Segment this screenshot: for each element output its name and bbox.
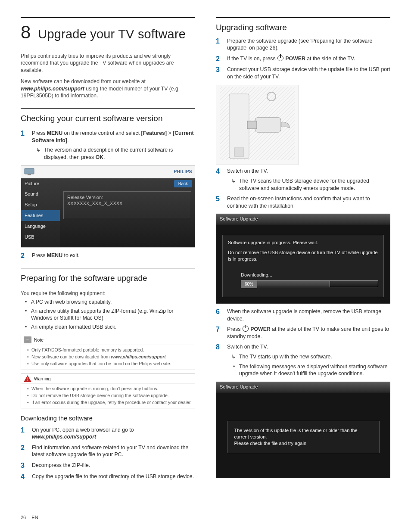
- step-body: Press MENU on the remote control and sel…: [32, 130, 195, 161]
- tv-menu-item: Setup: [21, 199, 60, 210]
- dl-step-2: 2 Find information and software related …: [21, 444, 195, 458]
- tv-menu-item: Picture: [21, 178, 60, 189]
- step-body: Press MENU to exit.: [32, 252, 195, 259]
- dl-step-1: 1 On your PC, open a web browser and go …: [21, 426, 195, 441]
- step-number: 2: [216, 55, 223, 63]
- step-body: Decompress the ZIP-file.: [32, 462, 195, 469]
- upgrade-steps-1: 1 Prepare the software upgrade (see 'Pre…: [216, 37, 390, 81]
- menu-keyword: MENU: [47, 130, 62, 136]
- section-rule: [216, 17, 390, 19]
- power-keyword: POWER: [250, 326, 270, 332]
- prep-bullets: A PC with web browsing capability. An ar…: [21, 299, 195, 330]
- chapter-number: 8: [21, 20, 30, 45]
- section-rule: [21, 268, 195, 270]
- tv-menu-item: USB: [21, 232, 60, 243]
- t: at the side of the TV.: [305, 56, 355, 62]
- step-number: 1: [21, 130, 28, 137]
- t: Press: [32, 252, 47, 258]
- up-step-5: 5 Read the on-screen instructions and co…: [216, 195, 390, 209]
- download-steps: 1 On your PC, open a web browser and go …: [21, 426, 195, 481]
- right-column: Upgrading software 1 Prepare the softwar…: [216, 17, 390, 485]
- svg-rect-7: [255, 118, 281, 132]
- step-body: Switch on the TV. The TV starts up with …: [227, 343, 390, 377]
- step-body: Switch on the TV. The TV scans the USB s…: [227, 168, 390, 192]
- step-number: 1: [21, 426, 28, 434]
- tv-menu-item-selected: Features: [21, 210, 60, 221]
- checking-steps-2: 2 Press MENU to exit.: [21, 252, 195, 260]
- power-keyword: POWER: [285, 56, 305, 62]
- t: .: [103, 154, 105, 160]
- usb-port-illustration: [216, 85, 299, 165]
- power-icon: [243, 326, 249, 332]
- step-body: Read the on-screen instructions and conf…: [227, 195, 390, 209]
- step-body: If the TV is on, press POWER at the side…: [227, 55, 390, 62]
- release-version-label: Release Version:: [67, 194, 187, 201]
- two-column-layout: 8 Upgrade your TV software Philips conti…: [21, 17, 390, 485]
- swu-error-message: The version of this update file is the s…: [227, 421, 380, 453]
- release-version-panel: Release Version: XXXXXXX_XXX_X_XXXX: [63, 191, 191, 220]
- t: On your PC, open a web browser and go to: [32, 427, 134, 433]
- step-number: 5: [216, 195, 223, 203]
- up-step-7: 7 Press POWER at the side of the TV to m…: [216, 326, 390, 340]
- progress-bar: [257, 280, 378, 287]
- support-url: www.philips.com/support: [32, 434, 96, 440]
- power-icon: [277, 55, 283, 61]
- downloading-heading: Downloading the software: [21, 414, 195, 423]
- step-number: 4: [21, 473, 28, 481]
- dl-step-3: 3 Decompress the ZIP-file.: [21, 462, 195, 470]
- note-callout: ≡ Note Only FAT/DOS-formatted portable m…: [21, 335, 195, 370]
- up-step-3: 3 Connect your USB storage device with t…: [216, 66, 390, 80]
- svg-rect-9: [234, 148, 244, 156]
- up-step-2: 2 If the TV is on, press POWER at the si…: [216, 55, 390, 63]
- step-body: Press POWER at the side of the TV to mak…: [227, 326, 390, 340]
- note-title: Note: [34, 337, 44, 343]
- note-item: New software can be downloaded from www.…: [27, 354, 192, 360]
- step-body: When the software upgrade is complete, r…: [227, 308, 390, 322]
- step-number: 6: [216, 308, 223, 316]
- t: Press: [32, 130, 47, 136]
- up-step-4: 4 Switch on the TV. The TV scans the USB…: [216, 168, 390, 192]
- warning-title: Warning: [34, 376, 51, 382]
- warning-item: Do not remove the USB storage device dur…: [27, 392, 192, 398]
- prep-bullet: An archive utility that supports the ZIP…: [25, 308, 195, 322]
- features-keyword: [Features]: [141, 130, 167, 136]
- warning-item: If an error occurs during the upgrade, r…: [27, 399, 192, 405]
- section-upgrading-heading: Upgrading software: [216, 22, 390, 33]
- warning-callout: ! Warning When the software upgrade is r…: [21, 373, 195, 409]
- note-header: ≡ Note: [21, 335, 195, 345]
- philips-brand: PHILIPS: [174, 169, 192, 175]
- step-number: 1: [216, 37, 223, 45]
- step-number: 2: [21, 252, 28, 260]
- support-url: www.philips.com/support: [111, 354, 165, 359]
- left-column: 8 Upgrade your TV software Philips conti…: [21, 17, 195, 485]
- intro-paragraph-1: Philips continuously tries to improve it…: [21, 53, 195, 74]
- swu-titlebar: Software Upgrade: [216, 214, 390, 224]
- note-icon: ≡: [24, 336, 31, 343]
- support-url: www.philips.com/support: [21, 86, 84, 92]
- tv-menu-item: Sound: [21, 189, 60, 199]
- up-step-1: 1 Prepare the software upgrade (see 'Pre…: [216, 37, 390, 52]
- warning-item: When the software upgrade is running, do…: [27, 386, 192, 392]
- t: Press: [227, 326, 242, 332]
- release-version-value: XXXXXXX_XXX_X_XXXX: [67, 200, 187, 207]
- page-lang: EN: [31, 515, 38, 520]
- menu-keyword: MENU: [47, 252, 62, 258]
- swu-line1: Software upgrade in progress. Please wai…: [228, 240, 378, 246]
- swu2-line1: The version of this update file is the s…: [234, 427, 372, 440]
- step-number: 3: [21, 462, 28, 470]
- prep-lead: You require the following equipment:: [21, 290, 195, 297]
- check-step-2: 2 Press MENU to exit.: [21, 252, 195, 260]
- swu-line2: Do not remove the USB storage device or …: [228, 249, 378, 262]
- step-number: 4: [216, 168, 223, 175]
- progress-fill: [257, 281, 330, 287]
- swu-panel: Software upgrade in progress. Please wai…: [222, 235, 384, 297]
- dl-step-4: 4 Copy the upgrade file to the root dire…: [21, 473, 195, 481]
- step4-sub: The TV scans the USB storage device for …: [233, 177, 390, 192]
- tv-menu-item: Language: [21, 221, 60, 232]
- step8-sub1: The TV starts up with the new software.: [233, 353, 390, 361]
- swu-body: The version of this update file is the s…: [216, 392, 390, 478]
- tv-screenshot-body: Picture Sound Setup Features Language US…: [21, 178, 195, 247]
- intro-paragraph-2: New software can be downloaded from our …: [21, 78, 195, 99]
- swu-titlebar: Software Upgrade: [216, 382, 390, 392]
- svg-rect-1: [28, 174, 31, 175]
